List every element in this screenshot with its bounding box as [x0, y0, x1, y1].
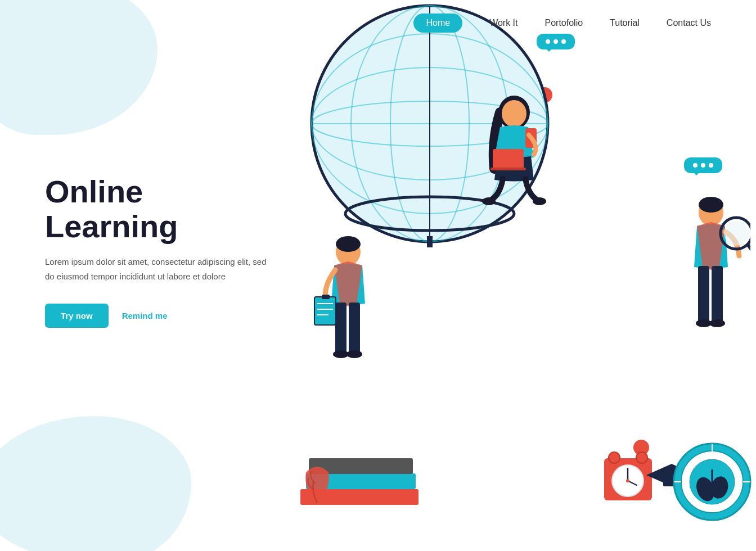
hero-section: Online Learning Lorem ipsum dolor sit am…: [45, 174, 270, 328]
person-right: [672, 197, 750, 360]
chat-bubble-3: [684, 157, 722, 173]
svg-point-15: [533, 197, 546, 205]
bg-blob-bottom-left: [0, 416, 191, 551]
svg-point-33: [696, 319, 712, 327]
try-now-button[interactable]: Try now: [45, 304, 109, 328]
leaf-decoration: [298, 461, 337, 506]
svg-point-47: [626, 479, 629, 482]
protractor: [672, 441, 753, 523]
svg-point-12: [502, 100, 526, 127]
clock: [604, 450, 652, 503]
illustration-area: [295, 0, 756, 551]
nav-item-home[interactable]: Home: [413, 13, 462, 33]
navigation: Home Work It Portofolio Tutorial Contact…: [0, 0, 756, 46]
chat-dot: [701, 163, 705, 168]
person-left: [312, 236, 385, 388]
svg-point-22: [333, 350, 349, 358]
nav-item-contact[interactable]: Contact Us: [667, 18, 711, 28]
svg-point-23: [346, 350, 362, 358]
chat-dot: [693, 163, 698, 168]
svg-rect-32: [712, 266, 723, 322]
svg-rect-9: [427, 236, 433, 247]
svg-point-42: [609, 452, 620, 463]
cta-buttons: Try now Remind me: [45, 304, 270, 328]
svg-rect-16: [493, 149, 524, 169]
svg-rect-24: [314, 297, 336, 325]
nav-item-workit[interactable]: Work It: [489, 18, 518, 28]
nav-item-portfolio[interactable]: Portofolio: [545, 18, 583, 28]
svg-point-34: [709, 319, 725, 327]
svg-rect-20: [335, 302, 346, 353]
svg-rect-21: [349, 302, 360, 353]
svg-rect-31: [698, 266, 709, 322]
remind-me-button[interactable]: Remind me: [122, 311, 168, 320]
svg-point-36: [724, 221, 749, 246]
svg-point-19: [336, 236, 361, 252]
svg-point-30: [699, 197, 723, 213]
hero-title: Online Learning: [45, 174, 270, 243]
svg-point-14: [482, 197, 496, 205]
svg-line-37: [748, 245, 750, 256]
chat-dot: [709, 163, 713, 168]
svg-rect-25: [322, 295, 330, 299]
hero-description: Lorem ipsum dolor sit amet, consectetur …: [45, 255, 270, 283]
svg-point-43: [636, 452, 647, 463]
nav-item-tutorial[interactable]: Tutorial: [610, 18, 640, 28]
svg-rect-17: [490, 168, 526, 170]
person-sitting: [469, 96, 559, 219]
